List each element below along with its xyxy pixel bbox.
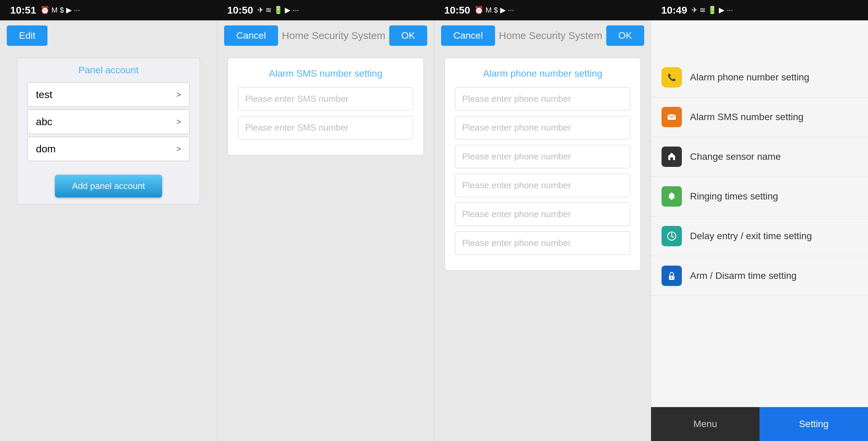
menu-label-change-sensor: Change sensor name — [690, 151, 781, 162]
screen3-cancel-button[interactable]: Cancel — [441, 25, 495, 46]
menu-label-delay-entry: Delay entry / exit time setting — [690, 231, 812, 242]
account-name-abc: abc — [36, 116, 52, 128]
svg-rect-9 — [671, 198, 673, 200]
screen-4-header — [651, 20, 868, 51]
phone-input-4[interactable] — [455, 174, 630, 197]
change-sensor-icon — [662, 147, 682, 167]
screen-3-body: Alarm phone number setting — [434, 51, 651, 441]
screens-container: Edit Panel account test > abc > dom > — [0, 20, 868, 441]
screen-2-sms-setting: Cancel Home Security System OK Alarm SMS… — [217, 20, 434, 441]
screen2-ok-button[interactable]: OK — [389, 25, 427, 46]
svg-point-18 — [671, 277, 672, 279]
menu-item-change-sensor[interactable]: Change sensor name — [651, 137, 868, 177]
menu-item-delay-entry[interactable]: Delay entry / exit time setting — [651, 216, 868, 256]
menu-label-ringing-times: Ringing times setting — [690, 191, 778, 202]
panel-account-title: Panel account — [27, 65, 190, 82]
sms-settings-title: Alarm SMS number setting — [238, 68, 413, 79]
phone-input-5[interactable] — [455, 203, 630, 226]
tab-menu[interactable]: Menu — [651, 407, 760, 441]
phone-input-1[interactable] — [455, 87, 630, 111]
status-section-1: 10:51 ⏰ M $ ▶ ··· — [0, 4, 217, 16]
account-name-dom: dom — [36, 143, 56, 155]
account-arrow-dom: > — [176, 144, 181, 154]
delay-entry-icon — [662, 226, 682, 246]
status-section-2: 10:50 ✈ ≋ 🔋 ▶ ··· — [217, 4, 434, 16]
phone-settings-title: Alarm phone number setting — [455, 68, 630, 79]
status-section-4: 10:49 ✈ ≋ 🔋 ▶ ··· — [651, 4, 868, 16]
account-item-abc[interactable]: abc > — [27, 110, 190, 134]
time-4: 10:49 — [661, 4, 687, 16]
sms-input-1[interactable] — [238, 87, 413, 111]
alarm-phone-icon: 📞 — [662, 67, 682, 88]
svg-text:📞: 📞 — [668, 73, 676, 81]
account-name-test: test — [36, 89, 52, 100]
screen3-title: Home Security System — [499, 30, 602, 41]
menu-item-alarm-sms[interactable]: Alarm SMS number setting — [651, 97, 868, 137]
sms-input-2[interactable] — [238, 116, 413, 139]
status-section-3: 10:50 ⏰ M $ ▶ ··· — [434, 4, 651, 16]
tab-bar: Menu Setting — [651, 407, 868, 441]
status-bar: 10:51 ⏰ M $ ▶ ··· 10:50 ✈ ≋ 🔋 ▶ ··· 10:5… — [0, 0, 868, 20]
screen-1-header: Edit — [0, 20, 217, 51]
icons-2: ✈ ≋ 🔋 ▶ ··· — [257, 6, 299, 15]
tab-setting[interactable]: Setting — [760, 407, 868, 441]
add-panel-account-button[interactable]: Add panel account — [55, 175, 162, 197]
menu-label-alarm-phone: Alarm phone number setting — [690, 72, 809, 83]
account-arrow-test: > — [176, 90, 181, 99]
menu-item-ringing-times[interactable]: Ringing times setting — [651, 177, 868, 216]
ringing-times-icon — [662, 186, 682, 207]
screen2-title: Home Security System — [282, 30, 385, 41]
edit-button[interactable]: Edit — [7, 25, 47, 46]
sms-settings-card: Alarm SMS number setting — [228, 58, 424, 155]
menu-item-alarm-phone[interactable]: 📞 Alarm phone number setting — [651, 58, 868, 97]
panel-account-box: Panel account test > abc > dom > Add pan… — [17, 58, 200, 205]
screen-3-phone-setting: Cancel Home Security System OK Alarm pho… — [434, 20, 651, 441]
tab-setting-label: Setting — [799, 419, 828, 429]
time-1: 10:51 — [10, 4, 36, 16]
menu-item-arm-disarm[interactable]: Arm / Disarm time setting — [651, 256, 868, 296]
arm-disarm-icon — [662, 266, 682, 286]
svg-rect-7 — [670, 157, 673, 160]
alarm-sms-icon — [662, 107, 682, 127]
svg-point-10 — [671, 192, 672, 194]
account-item-test[interactable]: test > — [27, 82, 190, 107]
screen-3-header: Cancel Home Security System OK — [434, 20, 651, 51]
screen-1-body: Panel account test > abc > dom > Add pan… — [0, 51, 217, 441]
phone-input-2[interactable] — [455, 116, 630, 139]
menu-label-alarm-sms: Alarm SMS number setting — [690, 112, 804, 122]
time-3: 10:50 — [444, 4, 470, 16]
account-arrow-abc: > — [176, 117, 181, 127]
icons-4: ✈ ≋ 🔋 ▶ ··· — [691, 6, 733, 15]
icons-3: ⏰ M $ ▶ ··· — [474, 6, 514, 15]
phone-input-3[interactable] — [455, 145, 630, 168]
main-area: Edit Panel account test > abc > dom > — [0, 20, 868, 441]
account-item-dom[interactable]: dom > — [27, 137, 190, 161]
screen-2-header: Cancel Home Security System OK — [217, 20, 434, 51]
screen-4-body: 📞 Alarm phone number setting Alarm SMS n… — [651, 51, 868, 441]
tab-menu-label: Menu — [693, 419, 717, 429]
menu-label-arm-disarm: Arm / Disarm time setting — [690, 270, 796, 281]
time-2: 10:50 — [227, 4, 253, 16]
screen2-cancel-button[interactable]: Cancel — [224, 25, 278, 46]
svg-point-15 — [671, 235, 672, 237]
phone-input-6[interactable] — [455, 231, 630, 255]
icons-1: ⏰ M $ ▶ ··· — [40, 6, 80, 15]
screen-2-body: Alarm SMS number setting — [217, 51, 434, 441]
phone-settings-card: Alarm phone number setting — [445, 58, 641, 271]
screen3-ok-button[interactable]: OK — [606, 25, 644, 46]
screen-4-settings-menu: 📞 Alarm phone number setting Alarm SMS n… — [651, 20, 868, 441]
screen-1-panel-account: Edit Panel account test > abc > dom > — [0, 20, 217, 441]
